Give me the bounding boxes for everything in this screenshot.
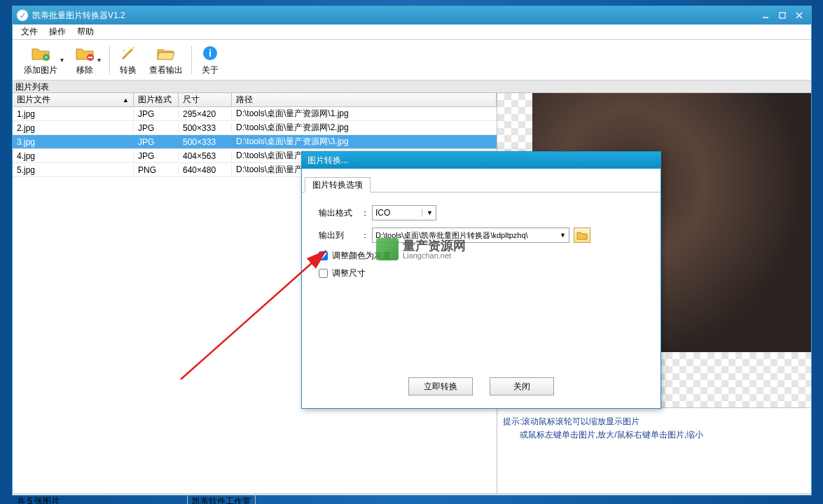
cell-size: 404×563 — [179, 151, 232, 161]
svg-text:i: i — [209, 48, 212, 59]
add-image-button[interactable]: + 添加图片 ▾ — [18, 42, 69, 78]
resize-label: 调整尺寸 — [332, 267, 366, 279]
grayscale-checkbox[interactable] — [319, 251, 328, 260]
folder-add-icon: + — [31, 43, 50, 63]
cell-size: 500×333 — [179, 137, 232, 147]
svg-rect-7 — [88, 57, 92, 58]
folder-remove-icon — [75, 43, 95, 63]
cell-file: 5.jpg — [13, 165, 134, 175]
table-row[interactable]: 1.jpgJPG295×420D:\tools\桌面\量产资源网\1.jpg — [13, 107, 497, 121]
app-icon: ✓ — [17, 10, 28, 21]
dropdown-arrow-icon: ▾ — [97, 56, 101, 64]
col-path[interactable]: 路径 — [232, 93, 497, 106]
add-image-label: 添加图片 — [24, 64, 57, 76]
svg-text:+: + — [44, 54, 48, 61]
hint-line2: 或鼠标左键单击图片,放大/鼠标右键单击图片,缩小 — [503, 428, 805, 442]
toolbar: + 添加图片 ▾ 移除 ▾ 转换 查看输 — [13, 40, 811, 80]
convert-now-button[interactable]: 立即转换 — [408, 377, 473, 396]
output-format-value: ICO — [375, 208, 390, 218]
remove-label: 移除 — [76, 64, 93, 76]
menubar: 文件 操作 帮助 — [13, 24, 811, 40]
watermark: 量产资源网 Liangchan.net — [376, 238, 466, 260]
cell-size: 500×333 — [179, 123, 232, 133]
output-format-label: 输出格式 — [319, 207, 361, 219]
watermark-en: Liangchan.net — [403, 252, 466, 260]
menu-action[interactable]: 操作 — [43, 24, 71, 39]
cell-size: 640×480 — [179, 165, 232, 175]
col-size[interactable]: 尺寸 — [179, 93, 232, 106]
about-label: 关于 — [202, 64, 219, 76]
cell-path: D:\tools\桌面\量产资源网\3.jpg — [232, 136, 497, 148]
folder-icon — [576, 230, 588, 240]
chevron-down-icon: ▼ — [422, 209, 433, 216]
dropdown-arrow-icon: ▾ — [60, 56, 64, 64]
minimize-button[interactable] — [758, 10, 773, 21]
list-panel-title: 图片列表 — [13, 80, 811, 93]
wand-icon — [118, 43, 138, 63]
output-format-select[interactable]: ICO ▼ — [372, 205, 436, 220]
cell-file: 4.jpg — [13, 151, 134, 161]
window-title: 凯蒂批量图片转换器V1.2 — [32, 10, 756, 22]
convert-dialog: 图片转换... 图片转换选项 输出格式 ： ICO ▼ 输出到 ： D:\too… — [301, 151, 661, 409]
close-dialog-button[interactable]: 关闭 — [490, 377, 554, 396]
output-dir-label: 输出到 — [319, 230, 361, 241]
dialog-title: 图片转换... — [302, 152, 661, 169]
hint-line1: 提示:滚动鼠标滚轮可以缩放显示图片 — [503, 415, 805, 428]
remove-button[interactable]: 移除 ▾ — [69, 42, 106, 78]
status-count: 共 5 张图片 — [13, 494, 188, 504]
view-output-button[interactable]: 查看输出 — [144, 42, 188, 78]
convert-label: 转换 — [120, 64, 137, 76]
col-format[interactable]: 图片格式 — [134, 93, 179, 106]
cell-path: D:\tools\桌面\量产资源网\1.jpg — [232, 108, 497, 120]
dialog-body: 输出格式 ： ICO ▼ 输出到 ： D:\tools\桌面\凯蒂批量图片转换器… — [302, 192, 661, 368]
view-output-label: 查看输出 — [149, 64, 183, 76]
close-button[interactable] — [791, 10, 807, 21]
cell-path: D:\tools\桌面\量产资源网\2.jpg — [232, 122, 497, 134]
preview-hint: 提示:滚动鼠标滚轮可以缩放显示图片 或鼠标左键单击图片,放大/鼠标右键单击图片,… — [497, 408, 811, 449]
convert-button[interactable]: 转换 — [113, 42, 144, 78]
cell-format: PNG — [134, 165, 179, 175]
col-file[interactable]: 图片文件▲ — [13, 93, 134, 106]
cell-format: JPG — [134, 109, 179, 119]
menu-help[interactable]: 帮助 — [71, 24, 99, 39]
table-header: 图片文件▲ 图片格式 尺寸 路径 — [13, 93, 497, 107]
sort-arrow-icon: ▲ — [123, 97, 129, 104]
cell-file: 3.jpg — [13, 137, 134, 147]
svg-point-9 — [123, 50, 125, 52]
folder-open-icon — [156, 43, 176, 63]
svg-point-10 — [127, 47, 129, 48]
info-icon: i — [200, 43, 220, 63]
titlebar: ✓ 凯蒂批量图片转换器V1.2 — [13, 6, 811, 24]
menu-file[interactable]: 文件 — [15, 24, 43, 39]
table-row[interactable]: 2.jpgJPG500×333D:\tools\桌面\量产资源网\2.jpg — [13, 121, 497, 135]
dialog-footer: 立即转换 关闭 — [302, 368, 661, 408]
watermark-logo-icon — [376, 238, 399, 260]
svg-rect-1 — [780, 13, 785, 18]
cell-file: 2.jpg — [13, 123, 134, 133]
maximize-button[interactable] — [775, 10, 790, 21]
toolbar-separator — [191, 46, 192, 74]
cell-file: 1.jpg — [13, 109, 134, 119]
statusbar: 共 5 张图片 凯蒂软件工作室 — [13, 493, 811, 504]
toolbar-separator — [109, 46, 110, 74]
tab-convert-options[interactable]: 图片转换选项 — [305, 177, 371, 192]
cell-format: JPG — [134, 137, 179, 147]
about-button[interactable]: i 关于 — [195, 42, 226, 78]
table-row[interactable]: 3.jpgJPG500×333D:\tools\桌面\量产资源网\3.jpg — [13, 135, 497, 149]
cell-format: JPG — [134, 123, 179, 133]
cell-size: 295×420 — [179, 109, 232, 119]
watermark-cn: 量产资源网 — [403, 239, 466, 252]
cell-format: JPG — [134, 151, 179, 161]
resize-checkbox[interactable] — [319, 269, 328, 278]
dialog-tabstrip: 图片转换选项 — [302, 173, 661, 192]
chevron-down-icon: ▼ — [560, 232, 566, 239]
status-vendor: 凯蒂软件工作室 — [188, 494, 256, 504]
browse-button[interactable] — [574, 227, 590, 243]
